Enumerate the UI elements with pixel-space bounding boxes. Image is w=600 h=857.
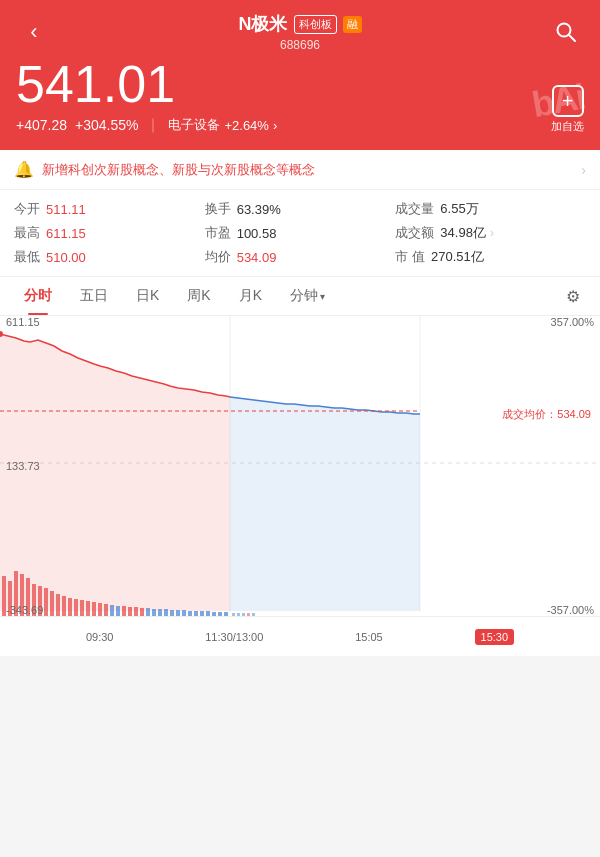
volume-bars [0,566,600,616]
stat-item-5: 成交额34.98亿› [395,224,586,242]
x-axis-labels: 09:3011:30/13:0015:0515:30 [0,616,600,656]
stat-value-0: 511.11 [46,202,86,217]
stat-value-3: 611.15 [46,226,86,241]
svg-rect-33 [152,609,156,616]
tab-分钟[interactable]: 分钟▾ [276,277,339,315]
svg-rect-35 [164,609,168,616]
sector-info[interactable]: 电子设备 +2.64% › [168,116,277,134]
stat-label-3: 最高 [14,224,40,242]
stat-item-8: 市 值270.51亿 [395,248,586,266]
x-label-0: 09:30 [86,631,114,643]
y-axis-left: 611.15133.73-343.69 [6,316,43,616]
kehuang-badge: 科创板 [294,15,337,34]
stat-value-wrap-5: 34.98亿› [440,224,494,242]
y-right-label-0: 357.00% [547,316,594,328]
svg-rect-17 [56,594,60,616]
svg-rect-29 [128,607,132,616]
bell-icon: 🔔 [14,160,34,179]
stat-item-3: 最高611.15 [14,224,205,242]
svg-rect-32 [146,608,150,616]
stat-value-wrap-1: 63.39% [237,202,281,217]
price-change-row: +407.28 +304.55% ｜ 电子设备 +2.64% › [16,116,584,134]
svg-rect-30 [134,607,138,616]
chart-container: 611.15133.73-343.69 357.00%-357.00% 成交均价… [0,316,600,656]
y-axis-right: 357.00%-357.00% [547,316,594,616]
stat-label-7: 均价 [205,248,231,266]
dropdown-arrow-icon: ▾ [320,291,325,302]
stat-item-6: 最低510.00 [14,248,205,266]
stat-item-2: 成交量6.55万 [395,200,586,218]
stat-item-4: 市盈100.58 [205,224,396,242]
y-left-label-2: 133.73 [6,460,43,472]
search-button[interactable] [548,14,584,50]
stat-value-wrap-4: 100.58 [237,226,277,241]
stat-label-8: 市 值 [395,248,425,266]
notice-text: 新增科创次新股概念、新股与次新股概念等概念 [42,161,573,179]
tab-周K[interactable]: 周K [173,277,224,315]
stat-label-6: 最低 [14,248,40,266]
back-button[interactable]: ‹ [16,14,52,50]
y-right-label-4: -357.00% [547,604,594,616]
svg-rect-21 [80,600,84,616]
rong-badge: 融 [343,16,362,33]
stat-value-7: 534.09 [237,250,277,265]
stat-value-1: 63.39% [237,202,281,217]
stat-label-1: 换手 [205,200,231,218]
stat-value-wrap-6: 510.00 [46,250,86,265]
svg-rect-22 [86,601,90,616]
stat-value-2: 6.55万 [440,200,478,218]
stat-label-2: 成交量 [395,200,434,218]
y-left-label-0: 611.15 [6,316,43,328]
stat-label-4: 市盈 [205,224,231,242]
stock-title-area: N极米 科创板 融 688696 [239,12,362,52]
x-label-2: 15:05 [355,631,383,643]
stat-value-4: 100.58 [237,226,277,241]
stat-value-wrap-2: 6.55万 [440,200,478,218]
chart-settings-button[interactable]: ⚙ [556,279,590,314]
divider: ｜ [146,116,160,134]
stat-value-6: 510.00 [46,250,86,265]
svg-rect-16 [50,591,54,616]
tab-分时[interactable]: 分时 [10,277,66,315]
change-percent: +304.55% [75,117,138,133]
svg-rect-15 [44,588,48,616]
tab-日K[interactable]: 日K [122,277,173,315]
bai-watermark: bAi [529,76,588,126]
svg-rect-23 [92,602,96,616]
arrow-right-icon: › [490,226,494,240]
change-amount: +407.28 [16,117,67,133]
stock-code: 688696 [280,38,320,52]
stat-label-5: 成交额 [395,224,434,242]
stat-label-0: 今开 [14,200,40,218]
price-main: 541.01 [16,58,584,110]
tab-月K[interactable]: 月K [225,277,276,315]
stat-value-wrap-8: 270.51亿 [431,248,484,266]
stat-value-5: 34.98亿 [440,224,486,242]
svg-rect-19 [68,598,72,616]
stat-item-1: 换手63.39% [205,200,396,218]
x-label-3: 15:30 [475,629,515,645]
chevron-right-icon: › [273,118,277,133]
tab-五日[interactable]: 五日 [66,277,122,315]
svg-rect-27 [116,606,120,616]
stat-item-7: 均价534.09 [205,248,396,266]
header: ‹ N极米 科创板 融 688696 541.01 +407.28 +304.5… [0,0,600,150]
stat-value-8: 270.51亿 [431,248,484,266]
stat-value-wrap-7: 534.09 [237,250,277,265]
stock-name: N极米 [239,12,288,36]
svg-rect-28 [122,606,126,616]
svg-line-1 [569,35,575,41]
svg-rect-18 [62,596,66,616]
svg-rect-26 [110,605,114,616]
svg-rect-31 [140,608,144,616]
y-left-label-4: -343.69 [6,604,43,616]
svg-rect-25 [104,604,108,616]
stat-value-wrap-0: 511.11 [46,202,86,217]
svg-rect-20 [74,599,78,616]
chart-tabs: 分时五日日K周K月K分钟▾⚙ [0,277,600,316]
stat-value-wrap-3: 611.15 [46,226,86,241]
sector-change: +2.64% [224,118,268,133]
stats-grid: 今开511.11换手63.39%成交量6.55万最高611.15市盈100.58… [0,190,600,277]
notice-bar[interactable]: 🔔 新增科创次新股概念、新股与次新股概念等概念 › [0,150,600,190]
avg-price-label: 成交均价：534.09 [499,406,594,423]
